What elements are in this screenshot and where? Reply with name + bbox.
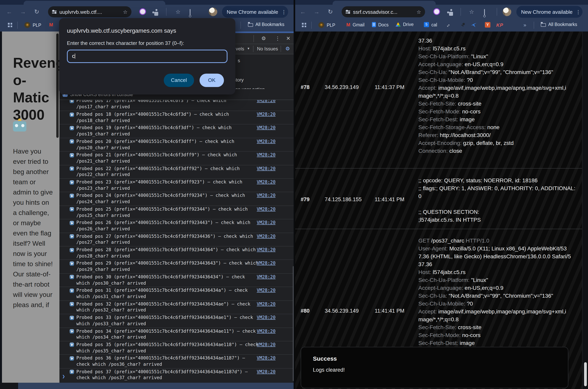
reload-icon[interactable]: ↻ <box>34 5 39 19</box>
request-log-list[interactable]: 37.36Host: l574jabr.c5.rsSec-Ch-Ua-Platf… <box>295 32 582 389</box>
console-log-row[interactable]: Probed pos 18 (prefix="40001551c7bc4c6f3… <box>60 111 294 124</box>
console-log-row[interactable]: Probed pos 28 (prefix="40001551c7bc4c6f3… <box>60 246 294 260</box>
extension-icon-purple[interactable] <box>433 8 440 15</box>
console-settings-icon-active[interactable]: ⚙ <box>285 46 290 52</box>
console-log-row[interactable]: Probed pos 22 (prefix="40001551c7bc4c6f3… <box>60 165 294 178</box>
bookmark-drive[interactable]: Drive <box>396 22 414 27</box>
dialog-text-input[interactable]: c <box>67 50 227 63</box>
extension-star-icon[interactable]: ☆ <box>176 5 181 19</box>
back-icon[interactable]: ← <box>300 5 306 19</box>
console-prompt-icon[interactable]: ❯ <box>62 374 65 379</box>
console-log-row[interactable]: Probed pos 26 (prefix="40001551c7bc4c6f3… <box>60 219 294 233</box>
console-log-list[interactable]: Probed pos 17 (prefix="40001551c7bc4c6f3… <box>60 100 294 389</box>
source-link[interactable]: VM28:20 <box>257 288 276 293</box>
right-active-tab[interactable] <box>333 1 436 5</box>
update-chrome-pill[interactable]: New Chrome available ⋮ <box>222 6 288 18</box>
extension-inspect-icon[interactable] <box>484 9 485 17</box>
url-text[interactable]: uuplvrvb.web.ctf.... <box>60 9 120 15</box>
source-link[interactable]: VM28:20 <box>257 180 276 185</box>
reload-icon[interactable]: ↻ <box>328 5 333 19</box>
source-link[interactable]: VM28:20 <box>257 220 276 226</box>
bookmark-gmail[interactable]: M Gmail <box>346 22 365 28</box>
menu-kebab-icon[interactable]: ⋮ <box>576 9 581 15</box>
console-log-row[interactable]: Probed pos 30 (prefix="40001551c7bc4c6f3… <box>60 273 294 287</box>
extension-inspect-icon[interactable] <box>190 9 190 17</box>
console-log-row[interactable]: Probed pos 32 (prefix="40001551c7bc4c6f3… <box>60 300 294 314</box>
site-settings-icon[interactable] <box>52 9 57 14</box>
devtools-close-icon[interactable]: ✕ <box>286 35 290 41</box>
console-log-row[interactable]: Probed pos 31 (prefix="40001551c7bc4c6f3… <box>60 287 294 300</box>
forward-icon[interactable]: → <box>20 5 26 19</box>
url-text[interactable]: ssrf.cvssadvisor.c... <box>353 9 414 15</box>
address-bar[interactable]: uuplvrvb.web.ctf.... ☆ <box>48 6 131 17</box>
scrollbar-thumb[interactable] <box>584 362 587 386</box>
extension-icon-purple[interactable] <box>139 8 146 15</box>
bookmark-plp[interactable]: ✳ PLP <box>24 22 41 28</box>
source-link[interactable]: VM28:20 <box>257 166 276 171</box>
source-link[interactable]: VM28:20 <box>257 152 276 158</box>
source-link[interactable]: VM28:20 <box>257 207 276 212</box>
address-bar[interactable]: ssrf.cvssadvisor.c... ☆ <box>342 6 425 17</box>
back-icon[interactable]: ← <box>6 5 12 19</box>
bookmark-docs[interactable]: Docs <box>372 22 388 27</box>
source-link[interactable]: VM28:20 <box>257 274 276 280</box>
no-issues-label[interactable]: No Issues <box>257 46 278 52</box>
console-log-row[interactable]: Probed pos 21 (prefix="40001551c7bc4c6f3… <box>60 151 294 165</box>
console-log-row[interactable]: Probed pos 19 (prefix="40001551c7bc4c6f3… <box>60 124 294 138</box>
source-link[interactable]: VM28:20 <box>257 301 276 307</box>
source-link[interactable]: VM28:20 <box>257 369 276 374</box>
console-log-row[interactable]: Probed pos 23 (prefix="40001551c7bc4c6f3… <box>60 178 294 192</box>
source-link[interactable]: VM28:20 <box>257 356 276 361</box>
source-link[interactable]: VM28:20 <box>257 234 276 239</box>
console-log-row[interactable]: Probed pos 25 (prefix="40001551c7bc4c6f3… <box>60 205 294 219</box>
scrollbar-track[interactable] <box>582 32 588 389</box>
profile-avatar[interactable] <box>503 7 511 16</box>
ok-button[interactable]: OK <box>200 74 224 87</box>
log-levels-dropdown[interactable]: vels <box>236 46 244 52</box>
cancel-button[interactable]: Cancel <box>164 74 194 87</box>
console-log-row[interactable]: Probed pos 35 (prefix="40001551c7bc4c6f3… <box>60 341 294 355</box>
apps-grid-icon[interactable] <box>302 23 306 27</box>
all-bookmarks[interactable]: All Bookmarks <box>541 22 577 27</box>
console-log-row[interactable]: Probed pos 27 (prefix="40001551c7bc4c6f3… <box>60 232 294 246</box>
all-bookmarks[interactable]: All Bookmarks <box>248 22 284 27</box>
bookmark-kp[interactable]: KP <box>496 22 503 28</box>
source-link[interactable]: VM28:20 <box>257 261 276 266</box>
bookmark-plp[interactable]: ✳ PLP <box>318 22 335 28</box>
console-log-row[interactable]: Probed pos 34 (prefix="40001551c7bc4c6f3… <box>60 327 294 341</box>
bookmark-ycombinator-icon[interactable]: Y <box>485 22 490 28</box>
source-link[interactable]: VM28:20 <box>257 342 276 347</box>
page-scrollbar[interactable] <box>56 33 59 138</box>
console-log-row[interactable]: Probed pos 17 (prefix="40001551c7bc4c6f3… <box>60 100 294 110</box>
bookmark-star-icon[interactable]: ☆ <box>417 9 421 15</box>
site-settings-icon[interactable] <box>345 9 350 14</box>
bookmark-calendar[interactable]: 5 cal <box>424 22 437 27</box>
menu-kebab-icon[interactable]: ⋮ <box>281 9 286 15</box>
apps-grid-icon[interactable] <box>8 23 12 27</box>
extension-star-icon[interactable]: ☆ <box>469 5 474 19</box>
update-chrome-pill[interactable]: New Chrome available ⋮ <box>516 6 583 18</box>
console-log-row[interactable]: Probed pos 29 (prefix="40001551c7bc4c6f3… <box>60 260 294 273</box>
bookmark-star-icon[interactable]: ☆ <box>123 9 127 15</box>
source-link[interactable]: VM28:20 <box>257 139 276 144</box>
bookmark-favicon-fragment[interactable] <box>447 24 450 27</box>
source-link[interactable]: VM28:20 <box>257 112 276 117</box>
profile-avatar[interactable] <box>209 7 217 16</box>
source-link[interactable]: VM28:20 <box>257 125 276 130</box>
bookmarks-overflow-icon[interactable]: » <box>524 22 526 28</box>
left-active-tab[interactable] <box>24 1 165 5</box>
console-log-row[interactable]: Probed pos 20 (prefix="40001551c7bc4c6f3… <box>60 138 294 151</box>
devtools-settings-icon[interactable]: ⚙ <box>261 35 266 41</box>
source-link[interactable]: VM28:20 <box>257 315 276 320</box>
console-log-row[interactable]: Probed pos 24 (prefix="40001551c7bc4c6f3… <box>60 192 294 205</box>
source-link[interactable]: VM28:20 <box>257 328 276 334</box>
console-log-row[interactable]: Probed pos 36 (prefix="40001551c7bc4c6f3… <box>60 355 294 368</box>
source-link[interactable]: VM28:20 <box>257 193 276 198</box>
source-link[interactable]: VM28:20 <box>257 247 276 252</box>
bookmark-gmail[interactable]: M <box>49 22 53 28</box>
forward-icon[interactable]: → <box>314 5 320 19</box>
devtools-kebab-icon[interactable]: ⋮ <box>275 35 280 41</box>
console-log-row[interactable]: Probed pos 37 (prefix="40001551c7bc4c6f3… <box>60 368 294 382</box>
console-log-row[interactable]: Probed pos 33 (prefix="40001551c7bc4c6f3… <box>60 314 294 327</box>
source-link[interactable]: VM28:20 <box>257 100 276 103</box>
